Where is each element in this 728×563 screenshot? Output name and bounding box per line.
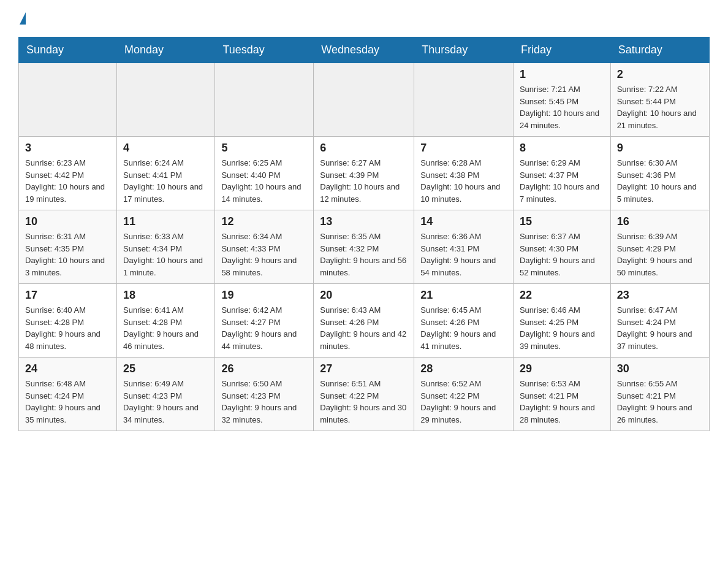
day-number: 18 xyxy=(123,289,208,302)
calendar-week-5: 24Sunrise: 6:48 AM Sunset: 4:24 PM Dayli… xyxy=(19,358,710,431)
calendar-cell xyxy=(414,63,514,137)
day-number: 19 xyxy=(221,289,307,302)
day-number: 29 xyxy=(520,362,604,375)
day-info: Sunrise: 6:36 AM Sunset: 4:31 PM Dayligh… xyxy=(420,231,507,278)
day-number: 25 xyxy=(123,362,208,375)
day-number: 12 xyxy=(221,215,307,228)
day-info: Sunrise: 6:31 AM Sunset: 4:35 PM Dayligh… xyxy=(25,231,110,278)
calendar-cell: 5Sunrise: 6:25 AM Sunset: 4:40 PM Daylig… xyxy=(215,137,314,210)
day-info: Sunrise: 6:46 AM Sunset: 4:25 PM Dayligh… xyxy=(520,304,604,352)
logo-triangle-icon xyxy=(20,12,26,25)
calendar-cell: 16Sunrise: 6:39 AM Sunset: 4:29 PM Dayli… xyxy=(610,210,709,284)
calendar-week-3: 10Sunrise: 6:31 AM Sunset: 4:35 PM Dayli… xyxy=(19,210,710,284)
calendar-cell: 27Sunrise: 6:51 AM Sunset: 4:22 PM Dayli… xyxy=(314,358,414,431)
calendar-cell: 21Sunrise: 6:45 AM Sunset: 4:26 PM Dayli… xyxy=(414,284,514,358)
day-number: 8 xyxy=(520,142,604,155)
logo xyxy=(18,12,27,25)
day-number: 14 xyxy=(420,215,507,228)
calendar-cell: 29Sunrise: 6:53 AM Sunset: 4:21 PM Dayli… xyxy=(513,358,610,431)
calendar-cell: 24Sunrise: 6:48 AM Sunset: 4:24 PM Dayli… xyxy=(19,358,117,431)
day-number: 20 xyxy=(320,289,408,302)
calendar-cell xyxy=(117,63,215,137)
day-info: Sunrise: 6:50 AM Sunset: 4:23 PM Dayligh… xyxy=(221,378,307,426)
day-info: Sunrise: 6:23 AM Sunset: 4:42 PM Dayligh… xyxy=(25,157,110,205)
calendar-cell: 3Sunrise: 6:23 AM Sunset: 4:42 PM Daylig… xyxy=(19,137,117,210)
day-info: Sunrise: 6:37 AM Sunset: 4:30 PM Dayligh… xyxy=(520,231,604,278)
calendar-body: 1Sunrise: 7:21 AM Sunset: 5:45 PM Daylig… xyxy=(19,63,710,431)
calendar-cell xyxy=(314,63,414,137)
day-number: 3 xyxy=(25,142,110,155)
day-info: Sunrise: 6:27 AM Sunset: 4:39 PM Dayligh… xyxy=(320,157,408,205)
calendar-cell: 4Sunrise: 6:24 AM Sunset: 4:41 PM Daylig… xyxy=(117,137,215,210)
day-number: 24 xyxy=(25,362,110,375)
day-number: 23 xyxy=(617,289,703,302)
day-info: Sunrise: 6:35 AM Sunset: 4:32 PM Dayligh… xyxy=(320,231,408,278)
calendar-cell: 8Sunrise: 6:29 AM Sunset: 4:37 PM Daylig… xyxy=(513,137,610,210)
day-info: Sunrise: 6:39 AM Sunset: 4:29 PM Dayligh… xyxy=(617,231,703,278)
calendar-cell: 7Sunrise: 6:28 AM Sunset: 4:38 PM Daylig… xyxy=(414,137,514,210)
day-info: Sunrise: 6:43 AM Sunset: 4:26 PM Dayligh… xyxy=(320,304,408,352)
calendar-header-sunday: Sunday xyxy=(19,37,117,63)
day-number: 21 xyxy=(420,289,507,302)
day-number: 15 xyxy=(520,215,604,228)
calendar-cell: 1Sunrise: 7:21 AM Sunset: 5:45 PM Daylig… xyxy=(513,63,610,137)
calendar-cell: 23Sunrise: 6:47 AM Sunset: 4:24 PM Dayli… xyxy=(610,284,709,358)
day-info: Sunrise: 6:30 AM Sunset: 4:36 PM Dayligh… xyxy=(617,157,703,205)
day-info: Sunrise: 7:21 AM Sunset: 5:45 PM Dayligh… xyxy=(520,83,604,131)
day-info: Sunrise: 6:49 AM Sunset: 4:23 PM Dayligh… xyxy=(123,378,208,426)
day-info: Sunrise: 6:47 AM Sunset: 4:24 PM Dayligh… xyxy=(617,304,703,352)
day-number: 9 xyxy=(617,142,703,155)
calendar-cell: 20Sunrise: 6:43 AM Sunset: 4:26 PM Dayli… xyxy=(314,284,414,358)
page-header xyxy=(18,12,710,25)
day-number: 17 xyxy=(25,289,110,302)
calendar-header-saturday: Saturday xyxy=(610,37,709,63)
calendar-cell: 19Sunrise: 6:42 AM Sunset: 4:27 PM Dayli… xyxy=(215,284,314,358)
day-number: 5 xyxy=(221,142,307,155)
day-number: 10 xyxy=(25,215,110,228)
calendar-header-tuesday: Tuesday xyxy=(215,37,314,63)
day-number: 1 xyxy=(520,68,604,81)
calendar-cell: 10Sunrise: 6:31 AM Sunset: 4:35 PM Dayli… xyxy=(19,210,117,284)
calendar-cell: 28Sunrise: 6:52 AM Sunset: 4:22 PM Dayli… xyxy=(414,358,514,431)
calendar-header-monday: Monday xyxy=(117,37,215,63)
calendar-cell: 13Sunrise: 6:35 AM Sunset: 4:32 PM Dayli… xyxy=(314,210,414,284)
calendar-header-friday: Friday xyxy=(513,37,610,63)
calendar-cell: 26Sunrise: 6:50 AM Sunset: 4:23 PM Dayli… xyxy=(215,358,314,431)
calendar-cell: 18Sunrise: 6:41 AM Sunset: 4:28 PM Dayli… xyxy=(117,284,215,358)
day-info: Sunrise: 6:48 AM Sunset: 4:24 PM Dayligh… xyxy=(25,378,110,426)
day-info: Sunrise: 7:22 AM Sunset: 5:44 PM Dayligh… xyxy=(617,83,703,131)
day-number: 22 xyxy=(520,289,604,302)
day-info: Sunrise: 6:29 AM Sunset: 4:37 PM Dayligh… xyxy=(520,157,604,205)
calendar-week-4: 17Sunrise: 6:40 AM Sunset: 4:28 PM Dayli… xyxy=(19,284,710,358)
day-info: Sunrise: 6:45 AM Sunset: 4:26 PM Dayligh… xyxy=(420,304,507,352)
calendar-cell: 22Sunrise: 6:46 AM Sunset: 4:25 PM Dayli… xyxy=(513,284,610,358)
day-number: 11 xyxy=(123,215,208,228)
calendar-cell: 11Sunrise: 6:33 AM Sunset: 4:34 PM Dayli… xyxy=(117,210,215,284)
day-number: 7 xyxy=(420,142,507,155)
day-info: Sunrise: 6:55 AM Sunset: 4:21 PM Dayligh… xyxy=(617,378,703,426)
day-info: Sunrise: 6:24 AM Sunset: 4:41 PM Dayligh… xyxy=(123,157,208,205)
day-info: Sunrise: 6:53 AM Sunset: 4:21 PM Dayligh… xyxy=(520,378,604,426)
calendar-header-row: SundayMondayTuesdayWednesdayThursdayFrid… xyxy=(19,37,710,63)
calendar-cell: 17Sunrise: 6:40 AM Sunset: 4:28 PM Dayli… xyxy=(19,284,117,358)
day-number: 2 xyxy=(617,68,703,81)
day-number: 30 xyxy=(617,362,703,375)
day-info: Sunrise: 6:25 AM Sunset: 4:40 PM Dayligh… xyxy=(221,157,307,205)
calendar-cell xyxy=(19,63,117,137)
day-info: Sunrise: 6:40 AM Sunset: 4:28 PM Dayligh… xyxy=(25,304,110,352)
day-info: Sunrise: 6:28 AM Sunset: 4:38 PM Dayligh… xyxy=(420,157,507,205)
day-info: Sunrise: 6:42 AM Sunset: 4:27 PM Dayligh… xyxy=(221,304,307,352)
day-info: Sunrise: 6:34 AM Sunset: 4:33 PM Dayligh… xyxy=(221,231,307,278)
calendar-header-wednesday: Wednesday xyxy=(314,37,414,63)
day-number: 6 xyxy=(320,142,408,155)
calendar-week-2: 3Sunrise: 6:23 AM Sunset: 4:42 PM Daylig… xyxy=(19,137,710,210)
calendar-week-1: 1Sunrise: 7:21 AM Sunset: 5:45 PM Daylig… xyxy=(19,63,710,137)
day-info: Sunrise: 6:52 AM Sunset: 4:22 PM Dayligh… xyxy=(420,378,507,426)
day-info: Sunrise: 6:51 AM Sunset: 4:22 PM Dayligh… xyxy=(320,378,408,426)
calendar-cell: 12Sunrise: 6:34 AM Sunset: 4:33 PM Dayli… xyxy=(215,210,314,284)
calendar-cell: 25Sunrise: 6:49 AM Sunset: 4:23 PM Dayli… xyxy=(117,358,215,431)
day-number: 27 xyxy=(320,362,408,375)
calendar-header-thursday: Thursday xyxy=(414,37,514,63)
calendar-cell: 9Sunrise: 6:30 AM Sunset: 4:36 PM Daylig… xyxy=(610,137,709,210)
day-number: 16 xyxy=(617,215,703,228)
